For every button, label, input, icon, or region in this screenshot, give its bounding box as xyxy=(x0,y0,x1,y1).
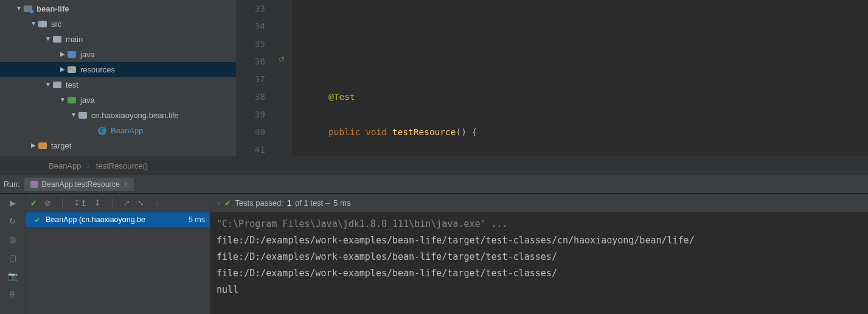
folder-icon xyxy=(38,141,47,151)
show-ignored-button[interactable]: ⊘ xyxy=(44,198,51,208)
breadcrumb-class[interactable]: BeanApp xyxy=(49,161,82,170)
tree-arrow-icon[interactable] xyxy=(69,111,78,118)
method-name: testResource xyxy=(392,127,456,137)
editor-breadcrumb[interactable]: BeanApp › testResource() xyxy=(0,156,868,175)
line-number[interactable]: 33 xyxy=(236,0,265,18)
tree-arrow-icon[interactable] xyxy=(44,81,52,88)
rerun-failed-button[interactable]: ↻ xyxy=(7,215,19,227)
tree-item[interactable]: main xyxy=(0,32,236,47)
folder-icon xyxy=(97,126,107,136)
sort-alpha-button[interactable]: ↧ xyxy=(94,198,101,208)
project-tree-panel[interactable]: bean-lifesrcmainjavaresourcestestjavacn.… xyxy=(0,0,236,156)
folder-icon xyxy=(67,65,77,75)
test-name: BeanApp (cn.haoxiaoyong.be xyxy=(46,215,145,224)
tree-item[interactable]: java xyxy=(0,92,236,108)
line-number[interactable]: 34 xyxy=(236,18,265,35)
run-window-header: Run: BeanApp.testResource × xyxy=(0,175,868,194)
test-result-row[interactable]: ✔ BeanApp (cn.haoxiaoyong.be 5 ms xyxy=(26,212,210,227)
close-icon[interactable]: × xyxy=(123,180,128,189)
rerun-button[interactable]: ▶ xyxy=(7,197,19,209)
tree-arrow-icon[interactable] xyxy=(29,20,38,27)
tree-item[interactable]: cn.haoxiaoyong.bean.life xyxy=(0,108,236,123)
line-number-gutter[interactable]: 333435363738394041 xyxy=(236,0,276,156)
status-passed-icon: ✔ xyxy=(224,198,231,208)
tree-item-label: bean-life xyxy=(36,4,69,13)
collapse-all-button[interactable]: ⤡ xyxy=(137,198,144,208)
tree-item[interactable]: src xyxy=(0,16,236,32)
line-number[interactable]: 36 xyxy=(236,53,265,71)
folder-icon xyxy=(78,111,88,120)
separator xyxy=(112,198,113,209)
chevron-right-icon: › xyxy=(88,161,90,170)
line-number[interactable]: 41 xyxy=(236,141,265,156)
test-passed-icon: ✔ xyxy=(34,215,41,225)
editor-area: 333435363738394041 ↺ @Test public void t… xyxy=(236,0,868,156)
code-line: public void testResource() { xyxy=(328,124,868,141)
tree-item[interactable]: BeanApp xyxy=(0,123,236,138)
tree-item-label: resources xyxy=(80,65,115,74)
console-output[interactable]: "C:\Program Files\Java\jdk1.8.0_111\bin\… xyxy=(210,212,868,314)
tree-arrow-icon[interactable] xyxy=(58,96,67,103)
test-status-bar: » ✔ Tests passed: 1 of 1 test – 5 ms xyxy=(210,194,868,212)
previous-button[interactable]: ↑ xyxy=(155,198,159,208)
junit-config-icon xyxy=(30,181,38,188)
annotation: @Test xyxy=(328,92,355,102)
keyword: public xyxy=(328,127,360,137)
test-tree-panel: ✔ ⊘ ↧↥ ↧ ⤢ ⤡ ↑ ✔ BeanApp (cn.haoxiaoyong… xyxy=(26,194,210,314)
tree-arrow-icon[interactable] xyxy=(15,5,23,12)
test-toolbar: ✔ ⊘ ↧↥ ↧ ⤢ ⤡ ↑ xyxy=(26,194,210,212)
tree-arrow-icon[interactable] xyxy=(29,142,38,148)
tree-arrow-icon[interactable] xyxy=(58,51,67,57)
code-line xyxy=(328,18,868,35)
stop-button[interactable]: ▢ xyxy=(7,251,19,263)
tree-item[interactable]: resources xyxy=(0,62,236,77)
tree-arrow-icon[interactable] xyxy=(58,66,67,72)
tree-item-label: src xyxy=(51,19,61,29)
run-main: ▶ ↻ ◎ ▢ 📷 ⎘ ✔ ⊘ ↧↥ ↧ ⤢ ⤡ ↑ xyxy=(0,194,868,314)
line-number[interactable]: 37 xyxy=(236,71,265,88)
folder-icon xyxy=(52,35,62,44)
expand-all-button[interactable]: ⤢ xyxy=(123,198,130,208)
status-mid: of 1 test – xyxy=(295,198,330,208)
dump-threads-button[interactable]: 📷 xyxy=(7,270,19,282)
run-line-marker-icon[interactable]: ↺ xyxy=(279,55,288,65)
tree-item[interactable]: bean-life xyxy=(0,1,236,16)
tree-item[interactable]: java xyxy=(0,47,236,62)
tree-item[interactable]: test xyxy=(0,77,236,92)
folder-icon xyxy=(67,96,77,105)
run-left-toolbar: ▶ ↻ ◎ ▢ 📷 ⎘ xyxy=(0,194,26,314)
line-number[interactable]: 39 xyxy=(236,106,265,124)
tree-item-label: cn.haoxiaoyong.bean.life xyxy=(91,111,179,120)
line-number[interactable]: 40 xyxy=(236,124,265,141)
code-body: 333435363738394041 ↺ @Test public void t… xyxy=(236,0,868,156)
folder-icon xyxy=(38,19,47,29)
ide-root: bean-lifesrcmainjavaresourcestestjavacn.… xyxy=(0,0,868,314)
show-passed-button[interactable]: ✔ xyxy=(30,198,37,208)
tree-item[interactable]: target xyxy=(0,138,236,153)
status-count: 1 xyxy=(287,198,291,208)
tree-item-label: test xyxy=(66,80,78,89)
code-content[interactable]: @Test public void testResource() { Syste… xyxy=(292,0,868,156)
exit-button[interactable]: ⎘ xyxy=(7,288,19,300)
console-line: file:/D:/examples/work-examples/bean-lif… xyxy=(217,265,862,282)
sort-button[interactable]: ↧↥ xyxy=(74,198,87,208)
tree-item-label: java xyxy=(80,96,95,105)
console-panel: » ✔ Tests passed: 1 of 1 test – 5 ms "C:… xyxy=(210,194,868,314)
tree-item[interactable]: bean-life.iml xyxy=(0,153,236,156)
scroll-to-end-button[interactable]: » xyxy=(217,198,221,208)
run-tab[interactable]: BeanApp.testResource × xyxy=(24,178,134,191)
status-prefix: Tests passed: xyxy=(235,198,283,208)
project-tree: bean-lifesrcmainjavaresourcestestjavacn.… xyxy=(0,0,236,156)
status-time: 5 ms xyxy=(333,198,350,208)
line-number[interactable]: 38 xyxy=(236,88,265,106)
intention-bulb-icon[interactable] xyxy=(279,142,288,152)
toggle-auto-test-button[interactable]: ◎ xyxy=(7,233,19,245)
tree-item-label: main xyxy=(66,35,83,44)
run-header-label: Run: xyxy=(4,180,19,189)
breadcrumb-method[interactable]: testResource() xyxy=(96,161,148,170)
line-number[interactable]: 35 xyxy=(236,35,265,53)
keyword: void xyxy=(366,127,387,137)
folder-icon xyxy=(52,80,62,90)
tree-arrow-icon[interactable] xyxy=(44,35,52,42)
console-line: file:/D:/examples/work-examples/bean-lif… xyxy=(217,249,862,265)
